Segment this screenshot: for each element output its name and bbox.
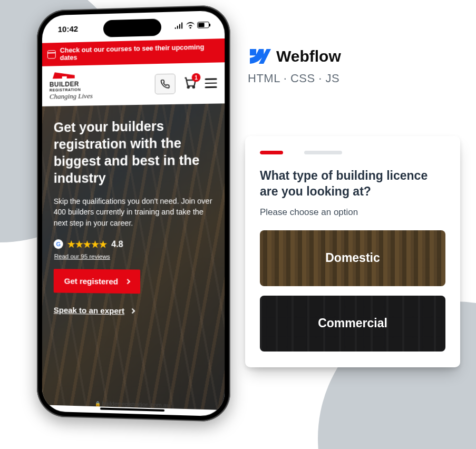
star-icons: ★★★★★: [67, 239, 107, 250]
phone-mockup: 10:42 Check out our courses to see their…: [37, 5, 230, 422]
progress-bar: [260, 151, 365, 154]
expert-link-label: Speak to an expert: [54, 305, 124, 315]
form-hint: Please choose an option: [260, 207, 445, 218]
speak-to-expert-link[interactable]: Speak to an expert: [54, 305, 134, 315]
rating: G ★★★★★ 4.8: [54, 239, 212, 251]
cta-label: Get registered: [64, 276, 118, 286]
menu-button[interactable]: [205, 78, 217, 88]
svg-point-1: [188, 86, 189, 88]
option-domestic[interactable]: Domestic: [260, 230, 445, 286]
hero-section: Get your builders registration with the …: [42, 103, 225, 410]
promo-banner[interactable]: Check out our courses to see their upcom…: [42, 38, 225, 66]
tech-stack: Webflow HTML · CSS · JS: [248, 47, 341, 85]
dynamic-island: [103, 18, 161, 37]
chevron-right-icon: [125, 279, 130, 284]
webflow-logo: Webflow: [248, 47, 341, 65]
phone-icon: [160, 79, 170, 89]
battery-icon: [197, 22, 209, 28]
wifi-icon: [186, 22, 195, 29]
signal-icon: [175, 22, 184, 29]
promo-text: Check out our courses to see their upcom…: [60, 43, 219, 62]
webflow-icon: [248, 49, 271, 64]
cart-button[interactable]: 1: [183, 75, 197, 92]
logo-line1: BUILDER: [50, 80, 93, 89]
hero-headline: Get your builders registration with the …: [54, 116, 212, 187]
option-label: Commercial: [318, 316, 387, 330]
webflow-label: Webflow: [276, 47, 341, 65]
option-commercial[interactable]: Commercial: [260, 296, 445, 352]
google-icon: G: [54, 240, 63, 249]
form-question: What type of building licence are you lo…: [260, 168, 445, 200]
navbar: BUILDER REGISTRATION Changing Lives 1: [42, 62, 225, 106]
call-button[interactable]: [155, 74, 176, 94]
reviews-link[interactable]: Read our 95 reviews: [54, 253, 212, 260]
logo-line2: REGISTRATION: [50, 87, 93, 92]
status-time: 10:42: [58, 24, 78, 33]
rating-value: 4.8: [111, 240, 123, 249]
option-label: Domestic: [325, 251, 380, 265]
get-registered-button[interactable]: Get registered: [54, 269, 140, 294]
svg-marker-0: [53, 72, 75, 79]
chevron-right-icon: [130, 308, 135, 314]
calendar-icon: [47, 50, 56, 58]
hero-subhead: Skip the qualifications you don't need. …: [54, 196, 212, 228]
brand-logo[interactable]: BUILDER REGISTRATION Changing Lives: [50, 71, 93, 101]
stack-label: HTML · CSS · JS: [248, 72, 341, 85]
licence-form-card: What type of building licence are you lo…: [245, 136, 460, 367]
logo-tagline: Changing Lives: [50, 92, 93, 101]
cart-count-badge: 1: [192, 73, 201, 82]
home-indicator: [100, 407, 164, 412]
